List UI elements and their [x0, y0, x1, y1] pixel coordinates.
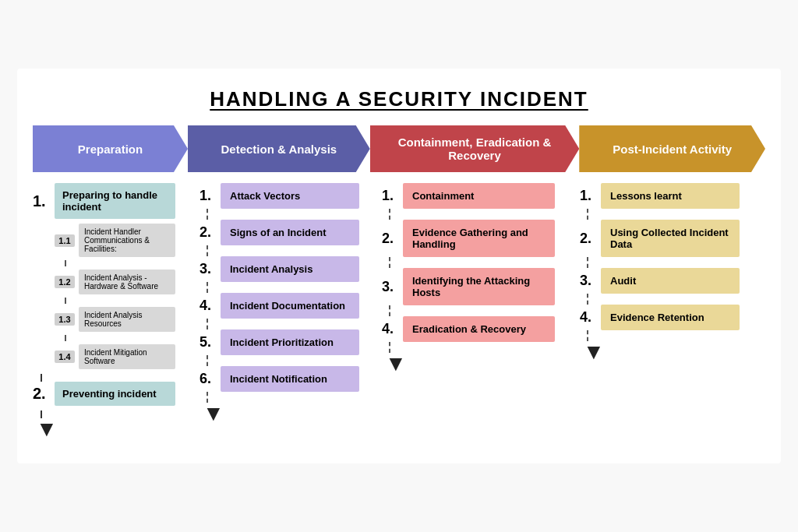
preparation-column: 1. Preparing to handle incident 1.1 Inci… [33, 183, 189, 440]
det-num-2: 2. [200, 224, 215, 241]
con-num-1: 1. [382, 188, 397, 204]
con-label-4: Eradication & Recovery [403, 316, 555, 342]
prep-main-item-1: 1. Preparing to handle incident [33, 183, 175, 219]
det-item-6: 6. Incident Notification [200, 366, 359, 392]
prep-sub-items: 1.1 Incident Handler Communications & Fa… [55, 224, 175, 369]
con-item-3: 3. Identifying the Attacking Hosts [382, 268, 555, 305]
post-arrow-down: ▼ [583, 341, 605, 363]
prep-main-num-1: 1. [33, 192, 50, 210]
det-num-5: 5. [200, 334, 215, 351]
prep-sub-num-1-3: 1.3 [55, 313, 75, 326]
prep-main-label-1: Preparing to handle incident [55, 183, 175, 219]
det-item-5: 5. Incident Prioritization [200, 329, 359, 355]
page-title: HANDLING A SECURITY INCIDENT [33, 87, 765, 111]
phase-detection-header: Detection & Analysis [188, 125, 370, 172]
post-item-3: 3. Audit [580, 268, 740, 294]
post-conn-2 [587, 257, 588, 268]
post-num-2: 2. [580, 231, 595, 247]
post-num-1: 1. [580, 188, 595, 204]
post-conn-1 [587, 209, 588, 220]
prep-sub-item-1-3: 1.3 Incident Analysis Resources [55, 307, 175, 332]
con-item-4: 4. Eradication & Recovery [382, 316, 555, 342]
post-column: 1. Lessons learnt 2. Using Collected Inc… [580, 183, 751, 363]
det-item-2: 2. Signs of an Incident [200, 220, 359, 245]
det-item-3: 3. Incident Analysis [200, 256, 359, 282]
det-conn-5 [207, 355, 208, 366]
det-item-4: 4. Incident Documentation [200, 293, 359, 319]
post-item-2: 2. Using Collected Incident Data [580, 220, 740, 257]
phase-containment-header: Containment, Eradication & Recovery [370, 125, 580, 172]
prep-arrow-down: ▼ [36, 418, 58, 440]
det-conn-1 [207, 209, 208, 220]
prep-sub-num-1-2: 1.2 [55, 276, 75, 288]
detection-column: 1. Attack Vectors 2. Signs of an Inciden… [200, 183, 371, 425]
prep-main-label-2: Preventing incident [55, 382, 175, 406]
prep-main-num-2: 2. [33, 385, 50, 403]
det-conn-4 [207, 319, 208, 329]
det-item-1: 1. Attack Vectors [200, 183, 359, 209]
con-label-2: Evidence Gathering and Handling [403, 220, 555, 257]
con-arrow-down: ▼ [385, 353, 407, 375]
post-label-4: Evidence Retention [601, 305, 740, 330]
det-num-6: 6. [200, 371, 215, 387]
prep-main-item-2: 2. Preventing incident [33, 382, 175, 406]
main-container: HANDLING A SECURITY INCIDENT Preparation… [17, 69, 781, 463]
con-label-3: Identifying the Attacking Hosts [403, 268, 555, 305]
det-label-3: Incident Analysis [221, 256, 359, 282]
con-num-4: 4. [382, 321, 397, 337]
prep-sub-item-1-2: 1.2 Incident Analysis - Hardware & Softw… [55, 270, 175, 294]
con-conn-1 [389, 209, 390, 220]
det-label-4: Incident Documentation [221, 293, 359, 319]
det-conn-2 [207, 245, 208, 256]
con-label-1: Containment [403, 183, 555, 209]
phase-post-header: Post-Incident Activity [579, 125, 765, 172]
post-conn-3 [587, 294, 588, 305]
phase-preparation-header: Preparation [33, 125, 188, 172]
content-row: 1. Preparing to handle incident 1.1 Inci… [33, 183, 765, 440]
det-label-1: Attack Vectors [221, 183, 359, 209]
post-num-3: 3. [580, 273, 595, 289]
post-item-1: 1. Lessons learnt [580, 183, 740, 209]
det-label-2: Signs of an Incident [221, 220, 359, 245]
con-num-3: 3. [382, 279, 397, 295]
prep-sub-label-1-1: Incident Handler Communications & Facili… [79, 224, 175, 257]
prep-connector-1-2 [41, 374, 42, 382]
det-num-4: 4. [200, 298, 215, 314]
prep-sub-label-1-4: Incident Mitigation Software [79, 344, 175, 369]
prep-sub-label-1-3: Incident Analysis Resources [79, 307, 175, 332]
det-num-3: 3. [200, 261, 215, 277]
post-label-3: Audit [601, 268, 740, 294]
post-item-4: 4. Evidence Retention [580, 305, 740, 330]
prep-sub-label-1-2: Incident Analysis - Hardware & Software [79, 270, 175, 294]
con-conn-2 [389, 257, 390, 268]
containment-column: 1. Containment 2. Evidence Gathering and… [382, 183, 569, 375]
prep-sub-item-1-1: 1.1 Incident Handler Communications & Fa… [55, 224, 175, 257]
phases-row: Preparation Detection & Analysis Contain… [33, 125, 765, 172]
det-conn-3 [207, 282, 208, 293]
prep-sub-item-1-4: 1.4 Incident Mitigation Software [55, 344, 175, 369]
det-num-1: 1. [200, 188, 215, 204]
det-label-6: Incident Notification [221, 366, 359, 392]
prep-sub-num-1-4: 1.4 [55, 351, 75, 363]
con-num-2: 2. [382, 231, 397, 247]
post-label-1: Lessons learnt [601, 183, 740, 209]
post-num-4: 4. [580, 309, 595, 326]
det-arrow-down: ▼ [203, 403, 224, 425]
prep-sub-num-1-1: 1.1 [55, 234, 75, 247]
con-item-1: 1. Containment [382, 183, 555, 209]
con-conn-3 [389, 305, 390, 316]
det-label-5: Incident Prioritization [221, 329, 359, 355]
con-item-2: 2. Evidence Gathering and Handling [382, 220, 555, 257]
post-label-2: Using Collected Incident Data [601, 220, 740, 257]
